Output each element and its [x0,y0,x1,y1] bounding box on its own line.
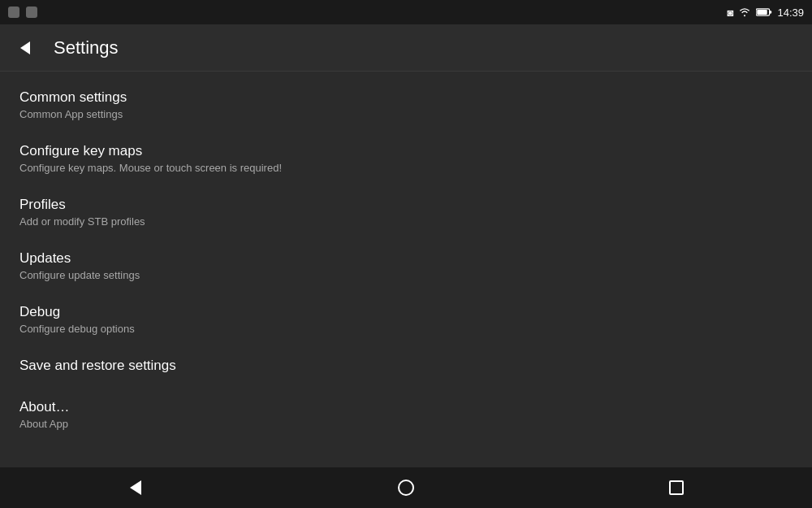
nav-recents-button[interactable] [652,471,701,504]
settings-item-title-configure-key-maps: Configure key maps [19,143,793,159]
nav-back-button[interactable] [111,471,160,504]
settings-item-subtitle-profiles: Add or modify STB profiles [19,215,793,228]
settings-item-title-updates: Updates [19,250,793,267]
status-bar-right: ◙ 14:39 [728,7,804,19]
settings-item-common-settings[interactable]: Common settingsCommon App settings [0,78,812,132]
settings-item-title-save-restore: Save and restore settings [19,358,793,374]
back-button[interactable] [13,36,37,60]
settings-list: Common settingsCommon App settingsConfig… [0,72,812,448]
settings-item-title-about: About… [19,399,793,415]
settings-item-subtitle-debug: Configure debug options [19,323,793,335]
status-bar-left [8,7,37,18]
svg-rect-1 [770,11,772,13]
settings-item-title-common-settings: Common settings [19,89,793,106]
svg-rect-2 [758,10,768,15]
battery-icon [756,7,772,17]
settings-item-title-debug: Debug [19,304,793,320]
nav-home-button[interactable] [382,471,430,504]
app-icon-1 [8,7,19,18]
back-arrow-icon [20,41,30,54]
settings-item-subtitle-updates: Configure update settings [19,269,793,281]
app-icon-2 [26,7,37,18]
app-bar: Settings [0,24,812,72]
settings-item-save-restore[interactable]: Save and restore settings [0,346,812,388]
wifi-icon [738,7,751,17]
status-bar: ◙ 14:39 [0,0,812,24]
time-display: 14:39 [777,7,804,19]
settings-item-title-profiles: Profiles [19,197,793,213]
settings-item-subtitle-common-settings: Common App settings [19,108,793,120]
nav-home-icon [398,480,414,496]
nav-recents-icon [669,480,684,495]
settings-item-about[interactable]: About…About App [0,388,812,441]
settings-item-configure-key-maps[interactable]: Configure key mapsConfigure key maps. Mo… [0,132,812,185]
settings-item-debug[interactable]: DebugConfigure debug options [0,293,812,346]
settings-item-subtitle-about: About App [19,418,793,430]
bluetooth-icon: ◙ [728,7,734,19]
nav-bar [0,467,812,508]
settings-item-profiles[interactable]: ProfilesAdd or modify STB profiles [0,185,812,239]
nav-back-icon [130,480,141,495]
settings-item-subtitle-configure-key-maps: Configure key maps. Mouse or touch scree… [19,162,793,174]
app-bar-title: Settings [54,37,119,59]
settings-item-updates[interactable]: UpdatesConfigure update settings [0,239,812,293]
